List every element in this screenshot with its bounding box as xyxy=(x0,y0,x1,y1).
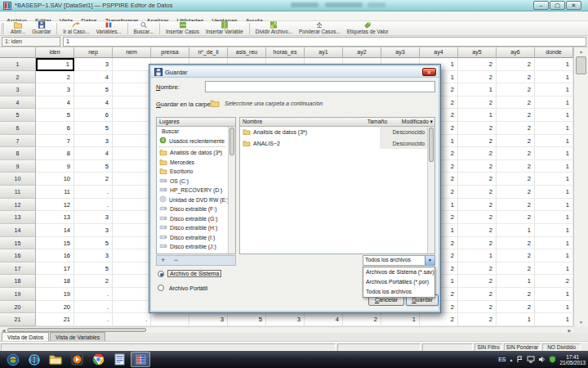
cell-ay6-row12[interactable]: 2 xyxy=(497,199,535,212)
row-header[interactable]: 19 xyxy=(0,288,36,301)
cell-ay5-row14[interactable]: 2 xyxy=(458,224,497,237)
cell-nem-row9[interactable] xyxy=(113,160,151,173)
cell-iden-row18[interactable]: 18 xyxy=(36,275,74,288)
cell-iden-row8[interactable]: 8 xyxy=(36,147,74,160)
tab-vista-de-variables[interactable]: Vista de Variables xyxy=(50,332,105,341)
cell-donde-row7[interactable]: 1 xyxy=(535,135,573,148)
close-button[interactable]: ✕ xyxy=(566,1,581,10)
cell-iden-row3[interactable]: 3 xyxy=(36,83,74,96)
cell-ay6-row20[interactable]: 2 xyxy=(497,301,535,314)
row-header[interactable]: 2 xyxy=(0,71,36,84)
minimize-button[interactable]: – xyxy=(533,1,549,10)
cell-ay6-row1[interactable]: 2 xyxy=(497,58,535,71)
cell-nem-row19[interactable] xyxy=(113,288,151,301)
cell-donde-row15[interactable]: 1 xyxy=(535,237,573,250)
taskbar-file-explorer-icon[interactable] xyxy=(46,352,65,367)
cell-nep-row10[interactable]: 2 xyxy=(74,173,113,186)
cell-donde-row10[interactable]: 1 xyxy=(535,173,573,186)
cell-nep-row8[interactable]: 4 xyxy=(74,147,113,160)
cell-iden-row10[interactable]: 10 xyxy=(36,173,74,186)
cell-ay5-row20[interactable]: 2 xyxy=(458,301,497,314)
column-header-ay4[interactable]: ay4 xyxy=(420,47,458,58)
column-header-prensa[interactable]: prensa xyxy=(151,47,189,58)
column-header-size[interactable]: Tamaño xyxy=(354,118,387,126)
network-icon[interactable] xyxy=(527,356,535,363)
cell-horas_es-row21[interactable]: 3 xyxy=(266,313,305,326)
cell-reference[interactable]: 1: iden xyxy=(2,37,60,47)
cell-value-input[interactable]: 1 xyxy=(63,37,586,47)
cell-nep-row13[interactable]: 3 xyxy=(74,211,113,224)
cell-nem-row5[interactable] xyxy=(113,109,151,122)
cell-nep-row7[interactable]: 3 xyxy=(74,135,113,148)
cell-ay5-row15[interactable]: 2 xyxy=(458,237,497,250)
cell-ay5-row4[interactable]: 2 xyxy=(458,96,497,110)
cell-nep-row18[interactable]: 2 xyxy=(74,275,113,288)
column-header-iden[interactable]: iden xyxy=(36,47,74,58)
cell-nep-row5[interactable]: 6 xyxy=(74,109,113,122)
cell-iden-row1[interactable]: 1 xyxy=(36,58,74,71)
cell-ay5-row7[interactable]: 2 xyxy=(458,135,497,148)
cell-donde-row17[interactable]: 1 xyxy=(535,263,573,276)
taskbar-start-icon[interactable] xyxy=(3,352,23,367)
column-header-ay5[interactable]: ay5 xyxy=(458,47,497,58)
cell-nep-row19[interactable]: . xyxy=(74,288,113,301)
cell-nep-row6[interactable]: 5 xyxy=(74,122,113,135)
maximize-button[interactable]: ▢ xyxy=(550,1,565,10)
radio-system-file[interactable]: Archivo de Sistema xyxy=(158,270,221,277)
cell-nem-row20[interactable] xyxy=(113,301,151,314)
cell-ay6-row14[interactable]: 1 xyxy=(497,224,535,237)
cell-donde-row5[interactable]: 1 xyxy=(535,109,573,122)
cell-nem-row17[interactable] xyxy=(113,263,151,276)
cell-ay5-row18[interactable]: 2 xyxy=(458,275,497,288)
place-disco-extra-ble-j[interactable]: Disco extraíble (J:) xyxy=(157,242,228,252)
cell-ay5-row6[interactable]: 2 xyxy=(458,122,497,135)
cell-donde-row6[interactable]: 1 xyxy=(535,122,573,135)
cell-ay6-row7[interactable]: 2 xyxy=(497,135,535,148)
places-scrollbar-thumb[interactable] xyxy=(229,128,234,155)
row-header[interactable]: 11 xyxy=(0,186,36,199)
place-disco-extra-ble-i[interactable]: Disco extraíble (I:) xyxy=(157,233,228,243)
place-analisis-de-datos-3[interactable]: Analisis de datos (3ª) xyxy=(157,148,228,158)
toolbar-insertar-variable[interactable]: Insertar Variable xyxy=(203,21,247,36)
dialog-close-icon[interactable]: ✕ xyxy=(422,68,436,76)
cell-iden-row15[interactable]: 15 xyxy=(36,237,74,250)
cell-ay6-row19[interactable]: 2 xyxy=(497,288,535,301)
flag-icon[interactable] xyxy=(516,356,523,363)
cell-nem-row14[interactable] xyxy=(113,224,151,237)
cell-iden-row2[interactable]: 2 xyxy=(36,71,74,84)
column-header-nep[interactable]: nep xyxy=(74,47,113,58)
column-header-donde[interactable]: donde xyxy=(535,47,573,58)
cell-nem-row3[interactable] xyxy=(113,83,151,96)
cell-ay6-row15[interactable]: 2 xyxy=(497,237,535,250)
place-os-c[interactable]: OS (C:) xyxy=(157,177,228,186)
vertical-scrollbar[interactable]: ▲ ▼ xyxy=(573,47,588,326)
cell-nep-row1[interactable]: 3 xyxy=(74,58,113,71)
place-disco-extra-ble-g[interactable]: Disco extraíble (G:) xyxy=(157,214,228,224)
folder-hint-text[interactable]: Seleccione una carpeta a continuación xyxy=(225,101,323,106)
cell-nem-row13[interactable] xyxy=(113,211,151,224)
tab-vista-de-datos[interactable]: Vista de Datos xyxy=(2,332,49,341)
cell-ay6-row10[interactable]: 2 xyxy=(497,173,535,186)
cell-nep-row20[interactable]: . xyxy=(74,301,113,314)
cell-donde-row14[interactable]: 1 xyxy=(535,224,573,237)
scroll-down-arrow[interactable]: ▼ xyxy=(574,319,588,325)
row-header[interactable]: 15 xyxy=(0,237,36,250)
add-remove-place-buttons[interactable]: + − xyxy=(156,255,236,266)
cell-iden-row9[interactable]: 9 xyxy=(36,160,74,173)
vertical-scrollbar-thumb[interactable] xyxy=(576,56,586,74)
cell-ay6-row18[interactable]: 1 xyxy=(497,275,535,288)
cell-ay6-row2[interactable]: 2 xyxy=(497,71,535,84)
scroll-up-arrow[interactable]: ▲ xyxy=(574,48,588,55)
filetype-option-todos-los-archivos[interactable]: Todos los archivos xyxy=(363,287,434,297)
toolbar-dividir-archivo[interactable]: Dividir Archivo... xyxy=(252,21,296,36)
place-escritorio[interactable]: Escritorio xyxy=(157,167,228,177)
cell-ay5-row9[interactable]: 2 xyxy=(458,160,497,173)
taskbar-media-player-icon[interactable] xyxy=(67,352,87,367)
cell-nº_de_li-row21[interactable]: 3 xyxy=(189,313,228,326)
cell-iden-row16[interactable]: 16 xyxy=(36,249,74,263)
cell-iden-row14[interactable]: 14 xyxy=(36,224,74,237)
cell-nem-row8[interactable] xyxy=(113,147,151,160)
toolbar-guardar[interactable]: Guardar xyxy=(29,21,54,36)
cell-ay5-row8[interactable]: 2 xyxy=(458,147,497,160)
column-header-name[interactable]: Nombre xyxy=(240,118,354,126)
